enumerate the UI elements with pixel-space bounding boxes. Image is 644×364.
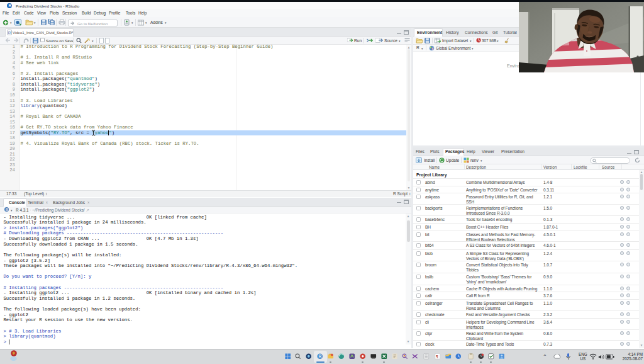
svg-text:R: R xyxy=(8,31,11,35)
svg-text:¶: ¶ xyxy=(436,354,438,358)
svg-text:R: R xyxy=(318,354,321,358)
